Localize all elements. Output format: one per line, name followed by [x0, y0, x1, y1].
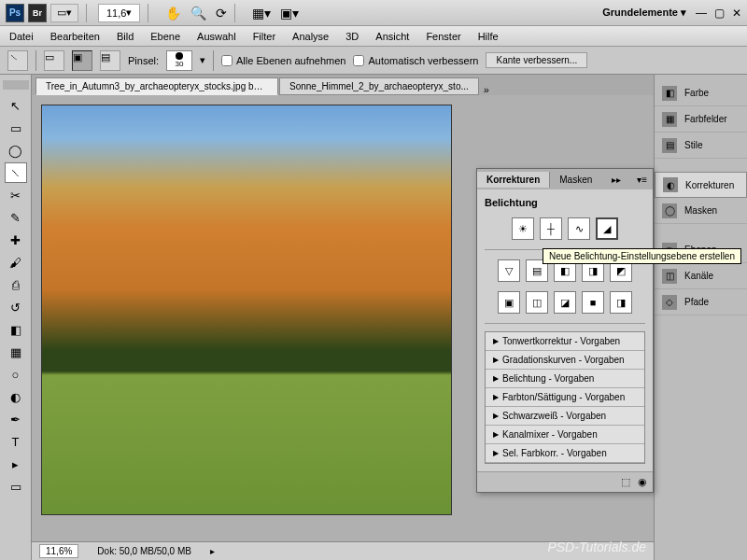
invert-icon[interactable]: ◫ [526, 291, 548, 314]
eyedropper-tool-icon[interactable]: ✎ [5, 207, 27, 228]
menu-filter[interactable]: Filter [253, 31, 275, 42]
arrange-docs-icon[interactable]: ▦▾ [252, 6, 271, 21]
menu-hilfe[interactable]: Hilfe [478, 31, 499, 42]
right-panel-dock: ◧Farbe ▦Farbfelder ▤Stile ◐Korrekturen ◯… [654, 75, 747, 560]
options-bar: ⟍ ▭ ▣ ▤ Pinsel: 30 ▾ Alle Ebenen aufnehm… [0, 47, 747, 75]
history-brush-icon[interactable]: ↺ [5, 297, 27, 317]
channel-mixer-icon[interactable]: ▣ [498, 291, 520, 314]
quick-select-tool-icon[interactable]: ⟍ [5, 162, 27, 183]
stamp-tool-icon[interactable]: ⎙ [5, 274, 27, 295]
preset-item[interactable]: ▶Sel. Farbkorr. - Vorgaben [486, 444, 644, 463]
type-tool-icon[interactable]: T [5, 431, 27, 452]
rotate-view-icon[interactable]: ⟳ [216, 6, 227, 21]
panel-masken[interactable]: ◯Masken [655, 198, 747, 224]
zoom-level-dropdown[interactable]: 11,6 ▾ [98, 4, 140, 22]
tab-korrekturen[interactable]: Korrekturen [477, 172, 550, 188]
preset-item[interactable]: ▶Schwarzweiß - Vorgaben [486, 407, 644, 426]
swatches-panel-icon: ▦ [662, 112, 677, 127]
marquee-tool-icon[interactable]: ▭ [5, 118, 27, 138]
expand-view-icon[interactable]: ⬚ [621, 476, 630, 488]
posterize-icon[interactable]: ◪ [554, 291, 576, 314]
crop-tool-icon[interactable]: ✂ [5, 185, 27, 205]
panel-korrekturen[interactable]: ◐Korrekturen [655, 172, 747, 198]
panel-menu-icon[interactable]: ▾≡ [631, 175, 653, 185]
dodge-tool-icon[interactable]: ◐ [5, 386, 27, 407]
clip-to-layer-icon[interactable]: ◉ [638, 476, 647, 488]
panel-label: Farbe [684, 88, 709, 98]
panel-pfade[interactable]: ◇Pfade [655, 289, 747, 315]
panel-label: Korrekturen [685, 180, 734, 190]
zoom-tool-icon[interactable]: 🔍 [190, 6, 206, 21]
masks-panel-icon: ◯ [662, 203, 677, 218]
move-tool-icon[interactable]: ↖ [5, 95, 27, 116]
panel-farbe[interactable]: ◧Farbe [655, 80, 747, 106]
preset-item[interactable]: ▶Kanalmixer - Vorgaben [486, 426, 644, 444]
tab-overflow-icon[interactable]: » [480, 84, 493, 95]
workspace-switcher[interactable]: Grundelemente ▾ [602, 7, 686, 19]
path-select-icon[interactable]: ▸ [5, 454, 27, 474]
menu-ansicht[interactable]: Ansicht [375, 31, 409, 42]
minimize-icon[interactable]: — [696, 7, 707, 20]
new-selection-icon[interactable]: ▭ [44, 50, 64, 71]
chevron-right-icon: ▶ [493, 374, 499, 383]
panel-farbfelder[interactable]: ▦Farbfelder [655, 106, 747, 133]
levels-icon[interactable]: ┼ [540, 217, 562, 240]
gradient-map-icon[interactable]: ◨ [610, 291, 632, 314]
blur-tool-icon[interactable]: ○ [5, 364, 27, 385]
brush-dropdown-icon[interactable]: ▾ [200, 54, 205, 66]
status-dropdown-icon[interactable]: ▸ [210, 546, 215, 556]
sample-all-layers-checkbox[interactable]: Alle Ebenen aufnehmen [221, 55, 345, 66]
lasso-tool-icon[interactable]: ◯ [5, 140, 27, 161]
vibrance-icon[interactable]: ▽ [498, 259, 520, 282]
launch-dropdown[interactable]: ▭▾ [50, 4, 78, 22]
canvas-image[interactable] [41, 105, 452, 515]
curves-icon[interactable]: ∿ [568, 217, 590, 240]
subtract-selection-icon[interactable]: ▤ [100, 50, 120, 71]
menu-fenster[interactable]: Fenster [426, 31, 460, 42]
menu-auswahl[interactable]: Auswahl [197, 31, 236, 42]
refine-edge-button[interactable]: Kante verbessern... [486, 52, 587, 68]
healing-tool-icon[interactable]: ✚ [5, 230, 27, 250]
panel-kanaele[interactable]: ◫Kanäle [655, 263, 747, 289]
panel-handle[interactable] [3, 80, 29, 90]
separator [234, 4, 235, 22]
menu-bild[interactable]: Bild [117, 31, 134, 42]
add-selection-icon[interactable]: ▣ [72, 50, 92, 71]
brush-preset-picker[interactable]: 30 [166, 50, 192, 71]
preset-item[interactable]: ▶Farbton/Sättigung - Vorgaben [486, 388, 644, 407]
pen-tool-icon[interactable]: ✒ [5, 409, 27, 429]
auto-enhance-checkbox[interactable]: Automatisch verbessern [353, 55, 478, 66]
menu-ebene[interactable]: Ebene [150, 31, 180, 42]
presets-list[interactable]: ▶Tonwertkorrektur - Vorgaben ▶Gradations… [485, 331, 645, 464]
menu-datei[interactable]: Datei [9, 31, 34, 42]
brush-tool-icon[interactable]: 🖌 [5, 252, 27, 273]
tab-masken[interactable]: Masken [550, 172, 601, 188]
brightness-contrast-icon[interactable]: ☀ [512, 217, 534, 240]
exposure-icon[interactable]: ◢ [596, 217, 618, 240]
hand-tool-icon[interactable]: ✋ [165, 6, 181, 21]
chevron-right-icon: ▶ [493, 337, 499, 345]
panel-label: Masken [684, 205, 717, 216]
preset-item[interactable]: ▶Belichtung - Vorgaben [486, 370, 644, 388]
collapse-panel-icon[interactable]: ▸▸ [606, 175, 627, 185]
tab-sonne-himmel[interactable]: Sonne_Himmel_2_by_archaeopteryx_sto... [279, 77, 479, 95]
maximize-icon[interactable]: ▢ [714, 7, 725, 20]
tab-tree-autumn[interactable]: Tree_in_Autumn3_by_archaeopteryx_stocks.… [35, 77, 278, 95]
preset-item[interactable]: ▶Gradationskurven - Vorgaben [486, 351, 644, 370]
zoom-value: 11,6 [106, 7, 126, 19]
gradient-tool-icon[interactable]: ▦ [5, 342, 27, 362]
eraser-tool-icon[interactable]: ◧ [5, 319, 27, 340]
threshold-icon[interactable]: ■ [582, 291, 604, 314]
menu-3d[interactable]: 3D [345, 31, 359, 42]
screen-mode-icon[interactable]: ▣▾ [280, 6, 299, 21]
shape-tool-icon[interactable]: ▭ [5, 476, 27, 497]
preset-item[interactable]: ▶Tonwertkorrektur - Vorgaben [486, 332, 644, 351]
panel-stile[interactable]: ▤Stile [655, 133, 747, 159]
menu-bearbeiten[interactable]: Bearbeiten [50, 31, 100, 42]
current-tool-icon[interactable]: ⟍ [7, 50, 28, 71]
bridge-logo-icon[interactable]: Br [28, 4, 47, 22]
menu-analyse[interactable]: Analyse [292, 31, 329, 42]
preset-label: Sel. Farbkorr. - Vorgaben [502, 448, 607, 458]
zoom-display[interactable]: 11,6% [39, 544, 78, 558]
close-icon[interactable]: ✕ [732, 7, 741, 20]
